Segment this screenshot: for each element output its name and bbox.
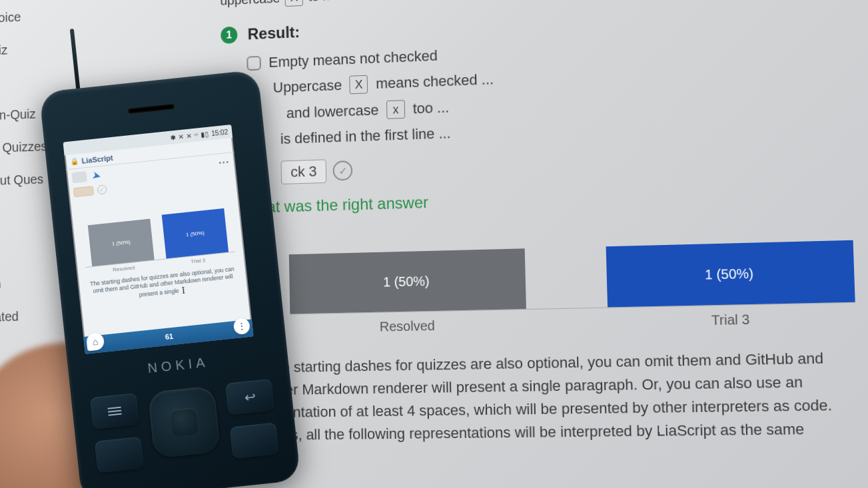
check-confirm-icon[interactable]: ✓ bbox=[333, 160, 353, 181]
keycap-x-lower: x bbox=[386, 100, 405, 119]
option-text: is defined in the first line ... bbox=[280, 124, 451, 148]
statusbar-time: 15:02 bbox=[211, 128, 228, 137]
explanation-paragraph: The starting dashes for quizzes are also… bbox=[265, 346, 860, 447]
feature-phone: ✱ ✕ ✕ ⌔ ▮▯ 15:02 🔒 LiaScript ➤ ••• ✓ bbox=[39, 69, 301, 488]
chip-check-icon[interactable]: ✓ bbox=[97, 184, 107, 194]
back-arrow-icon: ↩ bbox=[243, 389, 256, 406]
close-icon: ✕ bbox=[178, 132, 184, 140]
text-cursor-icon bbox=[180, 286, 189, 296]
result-badge: 1 bbox=[220, 27, 237, 44]
menu-bars-icon bbox=[108, 407, 122, 416]
option-text: too ... bbox=[412, 99, 449, 118]
keycap-x-upper: X bbox=[350, 75, 368, 95]
bar-trial3: 1 (50%) bbox=[606, 240, 855, 308]
call-key[interactable] bbox=[95, 437, 145, 473]
checkbox-empty-icon[interactable] bbox=[246, 56, 261, 71]
bar: 1 (50%) bbox=[606, 240, 855, 308]
right-softkey[interactable]: ↩ bbox=[225, 379, 275, 415]
text: uppercase bbox=[220, 0, 280, 8]
x-label: Trial 3 bbox=[608, 310, 856, 330]
phone-bar-resolved: 1 (50%) bbox=[88, 219, 155, 266]
phone-keypad: ↩ bbox=[89, 376, 280, 488]
battery-icon: ▮▯ bbox=[201, 130, 209, 138]
page-number: 61 bbox=[107, 326, 232, 348]
option-text: Uppercase bbox=[273, 77, 342, 97]
nav-cluster: ↩ bbox=[89, 376, 278, 468]
chart-x-labels: Resolved Trial 3 bbox=[290, 310, 856, 336]
option-text: means checked ... bbox=[376, 71, 494, 93]
menu-dots-icon[interactable]: ⋮ bbox=[233, 318, 250, 335]
main-content: uppercase X to mark a checked ... 1 Resu… bbox=[220, 0, 868, 447]
check-button[interactable]: ck 3 bbox=[280, 159, 326, 184]
dpad[interactable] bbox=[147, 385, 220, 459]
sidebar-item[interactable]: hoice bbox=[0, 0, 63, 35]
sidebar-item[interactable]: uiz bbox=[0, 31, 64, 67]
phone-bottombar: ⌂ 61 ⋮ bbox=[83, 319, 253, 354]
home-icon[interactable]: ⌂ bbox=[86, 332, 105, 352]
sidebar-item[interactable]: n bbox=[0, 266, 67, 301]
result-label: Result: bbox=[247, 23, 300, 43]
wifi-icon: ⌔ bbox=[194, 131, 199, 139]
lock-icon: 🔒 bbox=[70, 157, 79, 165]
bug-icon: ✱ bbox=[170, 133, 176, 141]
toolbar-button[interactable] bbox=[71, 171, 87, 183]
x-label: Resolved bbox=[290, 316, 527, 336]
app-title: LiaScript bbox=[81, 153, 113, 164]
phone-bar-trial3: 1 (50%) bbox=[162, 208, 228, 258]
option-text: Empty means not checked bbox=[268, 47, 438, 71]
check-row: ck 3 ✓ bbox=[280, 141, 868, 184]
bar: 1 (50%) bbox=[289, 248, 526, 314]
send-arrow-icon[interactable]: ➤ bbox=[91, 168, 102, 183]
left-softkey[interactable] bbox=[90, 393, 140, 429]
option-text: and lowercase bbox=[286, 102, 379, 122]
result-chart: 1 (50%) 1 (50%) bbox=[288, 220, 855, 315]
text: to mark a checked ... bbox=[308, 0, 430, 4]
end-key[interactable] bbox=[230, 422, 280, 459]
bar-resolved: 1 (50%) bbox=[289, 248, 526, 314]
phone-screen: ✱ ✕ ✕ ⌔ ▮▯ 15:02 🔒 LiaScript ➤ ••• ✓ bbox=[63, 124, 253, 354]
sidebar-item[interactable]: ated bbox=[0, 299, 67, 334]
phone-body: ✱ ✕ ✕ ⌔ ▮▯ 15:02 🔒 LiaScript ➤ ••• ✓ bbox=[39, 69, 301, 488]
close-icon: ✕ bbox=[186, 132, 192, 140]
more-icon[interactable]: ••• bbox=[218, 158, 230, 166]
earpiece bbox=[128, 104, 175, 114]
keycap-x-upper: X bbox=[285, 0, 304, 7]
chip-button[interactable] bbox=[73, 186, 94, 197]
